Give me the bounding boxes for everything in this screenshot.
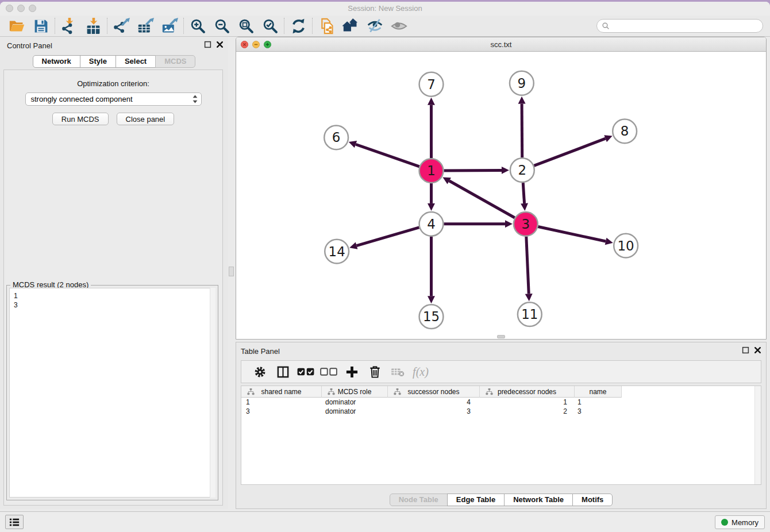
clone-network-button[interactable] (314, 17, 338, 35)
graph-node-2[interactable]: 2 (510, 158, 534, 182)
deselect-all-rows-button[interactable] (318, 363, 339, 380)
graph-node-6[interactable]: 6 (324, 125, 348, 149)
list-icon (8, 517, 21, 527)
import-network-button[interactable] (57, 17, 81, 35)
graph-node-14[interactable]: 14 (325, 240, 349, 264)
graph-node-4[interactable]: 4 (419, 212, 444, 236)
add-column-button[interactable] (341, 363, 362, 380)
hide-selected-button[interactable] (363, 17, 387, 35)
graph-node-8[interactable]: 8 (613, 119, 637, 144)
task-history-button[interactable] (5, 515, 24, 529)
trash-icon (368, 365, 382, 379)
search-icon (602, 22, 610, 30)
search-input[interactable] (613, 22, 758, 30)
run-mcds-button[interactable]: Run MCDS (52, 113, 109, 125)
table-cell: 3 (388, 407, 480, 416)
column-header-MCDS-role[interactable]: MCDS role (322, 386, 388, 398)
tab-network-table[interactable]: Network Table (504, 494, 573, 506)
tab-node-table[interactable]: Node Table (390, 494, 448, 506)
column-header-predecessor-nodes[interactable]: predecessor nodes (480, 386, 575, 398)
delete-column-button[interactable] (364, 363, 385, 380)
table-cell: 1 (480, 398, 575, 407)
app-window: Session: New Session Control Panel Netwo… (0, 2, 770, 532)
table-tabs: Node TableEdge TableNetwork TableMotifs (236, 494, 766, 506)
table-settings-button[interactable] (249, 363, 270, 380)
column-header-shared-name[interactable]: shared name (241, 386, 322, 398)
float-panel-icon[interactable] (203, 41, 211, 49)
network-hscroll-thumb[interactable] (497, 335, 505, 338)
save-session-button[interactable] (29, 17, 53, 35)
tab-style[interactable]: Style (80, 55, 116, 68)
import-network-icon (61, 18, 78, 34)
table-cell: dominator (322, 407, 388, 416)
zoom-window-button[interactable] (29, 5, 36, 12)
import-table-button[interactable] (81, 17, 105, 35)
function-builder-button[interactable]: f(x) (410, 363, 431, 380)
close-panel-button[interactable]: Close panel (117, 113, 175, 125)
tab-edge-table[interactable]: Edge Table (447, 494, 505, 506)
tab-mcds[interactable]: MCDS (155, 55, 195, 68)
check-pair-icon (297, 367, 314, 377)
memory-status-icon (721, 519, 728, 526)
tab-motifs[interactable]: Motifs (572, 494, 613, 506)
minimize-window-button[interactable] (17, 5, 25, 12)
table-body: 1dominator4113dominator323 (241, 398, 761, 416)
select-all-rows-button[interactable] (295, 363, 316, 380)
optimization-dropdown-value: strongly connected component (31, 95, 191, 103)
column-header-successor-nodes[interactable]: successor nodes (388, 386, 480, 398)
first-neighbors-button[interactable] (338, 17, 363, 35)
zoom-selected-button[interactable] (258, 17, 282, 35)
show-all-button[interactable] (387, 17, 411, 35)
graph-node-10[interactable]: 10 (614, 234, 638, 258)
close-panel-icon[interactable] (215, 41, 224, 49)
panel-splitter[interactable] (229, 267, 234, 276)
zoom-out-button[interactable] (210, 17, 234, 35)
graph-node-15[interactable]: 15 (419, 304, 444, 329)
svg-text:11: 11 (521, 307, 538, 322)
result-scrollbar[interactable] (210, 288, 215, 498)
table-row[interactable]: 1dominator411 (241, 398, 761, 407)
refresh-icon (290, 18, 307, 34)
apply-layout-button[interactable] (286, 17, 310, 35)
column-header-name[interactable]: name (575, 386, 622, 398)
memory-button[interactable]: Memory (715, 515, 765, 529)
export-table-button[interactable] (133, 17, 157, 35)
column-label: shared name (261, 388, 301, 396)
network-minimize-button[interactable] (252, 41, 260, 48)
export-image-button[interactable] (157, 17, 182, 35)
control-panel: Control Panel NetworkStyleSelectMCDS Opt… (0, 37, 228, 509)
zoom-fit-button[interactable] (234, 17, 258, 35)
close-table-panel-icon[interactable] (753, 346, 761, 354)
result-line: 3 (14, 300, 215, 310)
search-box[interactable] (596, 19, 763, 33)
copy-network-icon (318, 18, 335, 34)
network-graph[interactable]: 7968124314101511 (236, 52, 766, 339)
network-zoom-button[interactable] (264, 41, 271, 48)
graph-node-7[interactable]: 7 (419, 72, 444, 97)
svg-text:3: 3 (522, 217, 530, 232)
mcds-result-text[interactable]: 13 (9, 288, 215, 498)
graph-node-3[interactable]: 3 (514, 212, 538, 236)
tab-network[interactable]: Network (33, 55, 80, 68)
table-scrollbar[interactable] (754, 386, 761, 484)
open-file-button[interactable] (5, 17, 29, 35)
optimization-dropdown[interactable]: strongly connected component (25, 92, 202, 106)
graph-node-9[interactable]: 9 (510, 71, 534, 95)
network-close-button[interactable] (241, 41, 248, 48)
network-canvas[interactable]: 7968124314101511 (236, 52, 766, 339)
graph-edges[interactable] (349, 97, 613, 304)
close-window-button[interactable] (6, 5, 13, 12)
column-label: name (589, 388, 606, 396)
tab-select[interactable]: Select (116, 55, 156, 68)
graph-node-11[interactable]: 11 (518, 302, 542, 326)
import-table-icon (85, 18, 102, 34)
graph-node-1[interactable]: 1 (419, 159, 444, 183)
svg-text:6: 6 (332, 130, 341, 145)
table-row[interactable]: 3dominator323 (241, 407, 761, 416)
delete-table-button[interactable] (387, 363, 408, 380)
toggle-panel-mode-button[interactable] (272, 363, 293, 380)
open-folder-icon (9, 18, 25, 34)
float-table-panel-icon[interactable] (741, 346, 749, 354)
zoom-in-button[interactable] (186, 17, 210, 35)
export-network-button[interactable] (109, 17, 133, 35)
